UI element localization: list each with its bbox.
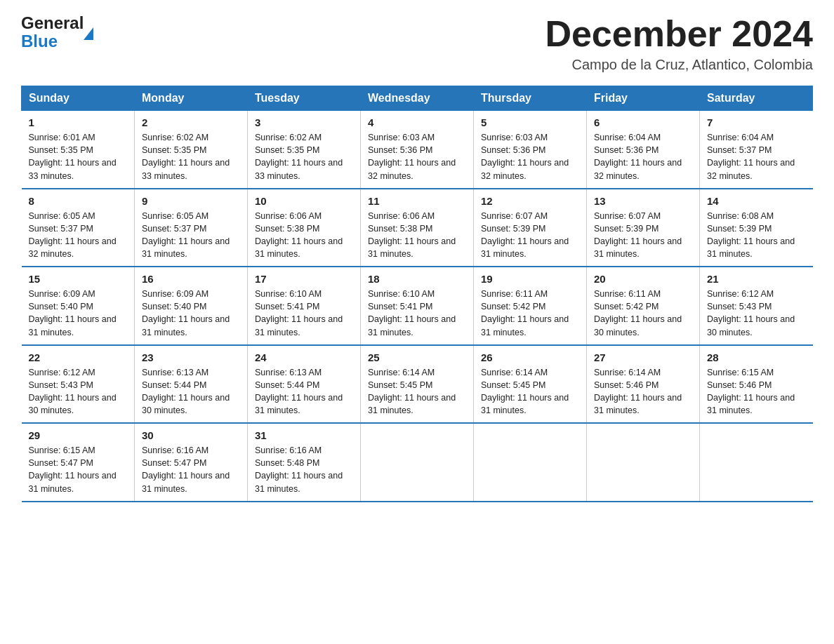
day-cell: 6Sunrise: 6:04 AMSunset: 5:36 PMDaylight… (587, 111, 700, 189)
header-day-wednesday: Wednesday (361, 86, 474, 111)
week-row-5: 29Sunrise: 6:15 AMSunset: 5:47 PMDayligh… (22, 423, 813, 502)
day-cell: 19Sunrise: 6:11 AMSunset: 5:42 PMDayligh… (474, 267, 587, 345)
day-cell: 5Sunrise: 6:03 AMSunset: 5:36 PMDaylight… (474, 111, 587, 189)
day-info: Sunrise: 6:14 AMSunset: 5:46 PMDaylight:… (594, 366, 692, 417)
day-cell: 18Sunrise: 6:10 AMSunset: 5:41 PMDayligh… (361, 267, 474, 345)
day-cell: 2Sunrise: 6:02 AMSunset: 5:35 PMDaylight… (135, 111, 248, 189)
day-cell: 20Sunrise: 6:11 AMSunset: 5:42 PMDayligh… (587, 267, 700, 345)
day-info: Sunrise: 6:04 AMSunset: 5:37 PMDaylight:… (707, 131, 806, 182)
day-info: Sunrise: 6:02 AMSunset: 5:35 PMDaylight:… (142, 131, 240, 182)
day-cell: 17Sunrise: 6:10 AMSunset: 5:41 PMDayligh… (248, 267, 361, 345)
day-number: 17 (255, 273, 353, 285)
header-day-thursday: Thursday (474, 86, 587, 111)
day-cell: 3Sunrise: 6:02 AMSunset: 5:35 PMDaylight… (248, 111, 361, 189)
header-day-monday: Monday (135, 86, 248, 111)
day-info: Sunrise: 6:11 AMSunset: 5:42 PMDaylight:… (481, 288, 579, 339)
day-cell: 14Sunrise: 6:08 AMSunset: 5:39 PMDayligh… (700, 189, 813, 267)
header-row: SundayMondayTuesdayWednesdayThursdayFrid… (22, 86, 813, 111)
day-cell: 21Sunrise: 6:12 AMSunset: 5:43 PMDayligh… (700, 267, 813, 345)
day-number: 23 (142, 351, 240, 363)
logo-triangle-container (84, 25, 93, 40)
day-cell: 25Sunrise: 6:14 AMSunset: 5:45 PMDayligh… (361, 345, 474, 424)
day-cell: 15Sunrise: 6:09 AMSunset: 5:40 PMDayligh… (22, 267, 135, 345)
calendar-body: 1Sunrise: 6:01 AMSunset: 5:35 PMDaylight… (22, 111, 813, 502)
day-info: Sunrise: 6:09 AMSunset: 5:40 PMDaylight:… (142, 288, 240, 339)
day-number: 9 (142, 195, 240, 207)
day-info: Sunrise: 6:05 AMSunset: 5:37 PMDaylight:… (142, 210, 240, 261)
day-cell: 26Sunrise: 6:14 AMSunset: 5:45 PMDayligh… (474, 345, 587, 424)
day-info: Sunrise: 6:03 AMSunset: 5:36 PMDaylight:… (481, 131, 579, 182)
day-number: 1 (29, 116, 128, 128)
day-number: 13 (594, 195, 692, 207)
day-cell: 29Sunrise: 6:15 AMSunset: 5:47 PMDayligh… (22, 423, 135, 502)
day-number: 29 (29, 429, 128, 441)
day-info: Sunrise: 6:16 AMSunset: 5:47 PMDaylight:… (142, 444, 240, 495)
month-title: December 2024 (545, 14, 813, 54)
day-cell: 28Sunrise: 6:15 AMSunset: 5:46 PMDayligh… (700, 345, 813, 424)
day-info: Sunrise: 6:13 AMSunset: 5:44 PMDaylight:… (142, 366, 240, 417)
day-info: Sunrise: 6:07 AMSunset: 5:39 PMDaylight:… (594, 210, 692, 261)
day-cell: 24Sunrise: 6:13 AMSunset: 5:44 PMDayligh… (248, 345, 361, 424)
day-cell (361, 423, 474, 502)
day-number: 7 (707, 116, 806, 128)
header-day-saturday: Saturday (700, 86, 813, 111)
logo-blue: Blue (21, 32, 84, 51)
day-info: Sunrise: 6:13 AMSunset: 5:44 PMDaylight:… (255, 366, 353, 417)
day-info: Sunrise: 6:06 AMSunset: 5:38 PMDaylight:… (368, 210, 466, 261)
day-info: Sunrise: 6:15 AMSunset: 5:46 PMDaylight:… (707, 366, 806, 417)
day-number: 21 (707, 273, 806, 285)
day-number: 19 (481, 273, 579, 285)
day-info: Sunrise: 6:08 AMSunset: 5:39 PMDaylight:… (707, 210, 806, 261)
day-info: Sunrise: 6:11 AMSunset: 5:42 PMDaylight:… (594, 288, 692, 339)
page-header: General Blue December 2024 Campo de la C… (21, 14, 813, 73)
day-cell: 13Sunrise: 6:07 AMSunset: 5:39 PMDayligh… (587, 189, 700, 267)
day-info: Sunrise: 6:01 AMSunset: 5:35 PMDaylight:… (29, 131, 128, 182)
day-info: Sunrise: 6:05 AMSunset: 5:37 PMDaylight:… (29, 210, 128, 261)
day-info: Sunrise: 6:12 AMSunset: 5:43 PMDaylight:… (29, 366, 128, 417)
day-info: Sunrise: 6:02 AMSunset: 5:35 PMDaylight:… (255, 131, 353, 182)
day-info: Sunrise: 6:09 AMSunset: 5:40 PMDaylight:… (29, 288, 128, 339)
day-number: 20 (594, 273, 692, 285)
day-number: 16 (142, 273, 240, 285)
day-cell: 8Sunrise: 6:05 AMSunset: 5:37 PMDaylight… (22, 189, 135, 267)
day-cell: 22Sunrise: 6:12 AMSunset: 5:43 PMDayligh… (22, 345, 135, 424)
day-info: Sunrise: 6:15 AMSunset: 5:47 PMDaylight:… (29, 444, 128, 495)
day-number: 4 (368, 116, 466, 128)
day-number: 8 (29, 195, 128, 207)
day-info: Sunrise: 6:16 AMSunset: 5:48 PMDaylight:… (255, 444, 353, 495)
day-number: 14 (707, 195, 806, 207)
day-number: 3 (255, 116, 353, 128)
day-number: 15 (29, 273, 128, 285)
day-cell: 9Sunrise: 6:05 AMSunset: 5:37 PMDaylight… (135, 189, 248, 267)
week-row-4: 22Sunrise: 6:12 AMSunset: 5:43 PMDayligh… (22, 345, 813, 424)
day-number: 12 (481, 195, 579, 207)
day-cell (587, 423, 700, 502)
day-number: 27 (594, 351, 692, 363)
day-info: Sunrise: 6:03 AMSunset: 5:36 PMDaylight:… (368, 131, 466, 182)
day-number: 22 (29, 351, 128, 363)
day-cell: 16Sunrise: 6:09 AMSunset: 5:40 PMDayligh… (135, 267, 248, 345)
day-cell: 1Sunrise: 6:01 AMSunset: 5:35 PMDaylight… (22, 111, 135, 189)
day-info: Sunrise: 6:06 AMSunset: 5:38 PMDaylight:… (255, 210, 353, 261)
day-number: 18 (368, 273, 466, 285)
calendar-header: SundayMondayTuesdayWednesdayThursdayFrid… (22, 86, 813, 111)
day-info: Sunrise: 6:07 AMSunset: 5:39 PMDaylight:… (481, 210, 579, 261)
day-number: 11 (368, 195, 466, 207)
day-cell: 31Sunrise: 6:16 AMSunset: 5:48 PMDayligh… (248, 423, 361, 502)
week-row-3: 15Sunrise: 6:09 AMSunset: 5:40 PMDayligh… (22, 267, 813, 345)
day-info: Sunrise: 6:14 AMSunset: 5:45 PMDaylight:… (481, 366, 579, 417)
day-cell: 23Sunrise: 6:13 AMSunset: 5:44 PMDayligh… (135, 345, 248, 424)
header-day-sunday: Sunday (22, 86, 135, 111)
header-day-tuesday: Tuesday (248, 86, 361, 111)
day-cell: 7Sunrise: 6:04 AMSunset: 5:37 PMDaylight… (700, 111, 813, 189)
day-number: 24 (255, 351, 353, 363)
day-cell: 11Sunrise: 6:06 AMSunset: 5:38 PMDayligh… (361, 189, 474, 267)
day-cell: 10Sunrise: 6:06 AMSunset: 5:38 PMDayligh… (248, 189, 361, 267)
header-day-friday: Friday (587, 86, 700, 111)
day-info: Sunrise: 6:12 AMSunset: 5:43 PMDaylight:… (707, 288, 806, 339)
week-row-2: 8Sunrise: 6:05 AMSunset: 5:37 PMDaylight… (22, 189, 813, 267)
day-number: 26 (481, 351, 579, 363)
day-info: Sunrise: 6:04 AMSunset: 5:36 PMDaylight:… (594, 131, 692, 182)
day-info: Sunrise: 6:10 AMSunset: 5:41 PMDaylight:… (368, 288, 466, 339)
logo-triangle-icon (84, 27, 93, 40)
